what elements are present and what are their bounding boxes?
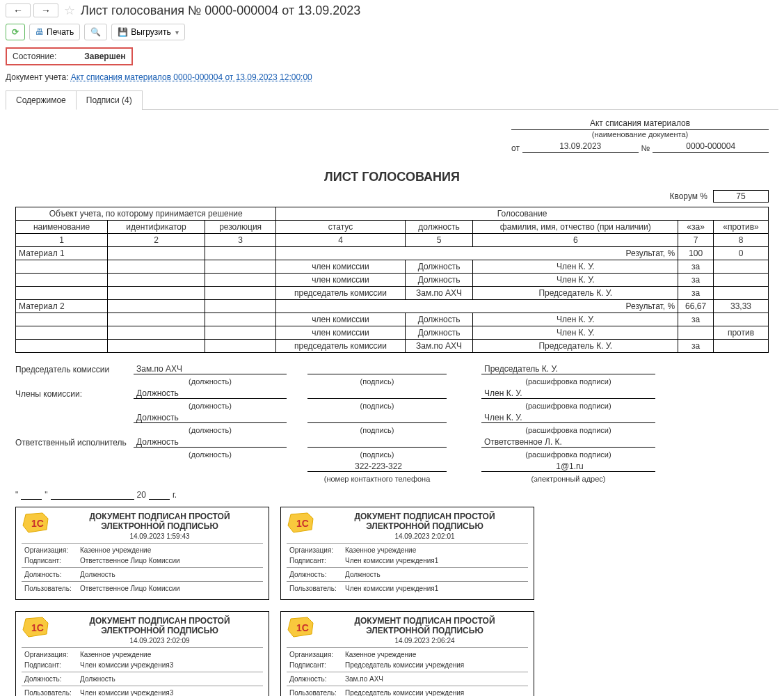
signature-stamp: 1C ДОКУМЕНТ ПОДПИСАН ПРОСТОЙ ЭЛЕКТРОННОЙ… <box>15 611 269 696</box>
state-label: Состояние: <box>13 52 56 61</box>
member-pos: Должность <box>405 313 473 326</box>
member-vote-against <box>714 274 769 287</box>
doc-num-label: № <box>641 143 650 153</box>
state-value: Завершен <box>84 52 125 61</box>
stamp-org: Казенное учреждение <box>342 649 528 660</box>
sign-chair-label: Председатель комиссии <box>15 365 134 374</box>
colnum: 2 <box>108 234 205 247</box>
th-res: резолюция <box>205 221 275 234</box>
favorite-star-icon[interactable]: ☆ <box>64 3 75 18</box>
member-pos: Должность <box>405 326 473 340</box>
th-status: статус <box>276 221 405 234</box>
member-vote-for: за <box>678 287 714 300</box>
export-button[interactable]: 💾Выгрузить▾ <box>111 24 185 40</box>
sign-m1-fio: Член К. У. <box>481 388 655 399</box>
result-against: 0 <box>714 247 769 260</box>
result-against: 33,33 <box>714 300 769 313</box>
doc-name-hint: (наименование документа) <box>511 130 769 139</box>
member-status: член комиссии <box>276 326 405 340</box>
colnum: 7 <box>678 234 714 247</box>
stamp-signer: Председатель комиссии учреждения <box>342 660 528 670</box>
print-button[interactable]: 🖶Печать <box>29 24 80 40</box>
sign-resp-fio: Ответственное Л. К. <box>481 437 655 448</box>
stamp-signer: Член комиссии учреждения1 <box>342 555 528 566</box>
result-for: 100 <box>678 247 714 260</box>
member-pos: Зам.по АХЧ <box>405 340 473 353</box>
stamp-datetime: 14.09.2023 2:02:09 <box>56 637 263 644</box>
member-vote-for: за <box>678 313 714 326</box>
nav-back-button[interactable]: ← <box>6 3 31 17</box>
pos-hint: (должность) <box>134 377 287 386</box>
logo-1c-icon: 1C <box>287 616 316 640</box>
stamp-org: Казенное учреждение <box>342 545 528 555</box>
member-vote-against <box>714 260 769 274</box>
doc-name: Акт списания материалов <box>511 118 769 130</box>
member-fio: Председатель К. У. <box>473 287 678 300</box>
doc-ref-link[interactable]: Акт списания материалов 0000-000004 от 1… <box>71 72 312 82</box>
stamp-user-label: Пользователь: <box>22 688 77 696</box>
sign-phone: 322-223-322 <box>307 461 447 472</box>
sig-hint: (подпись) <box>307 377 447 386</box>
th-group-vote: Голосование <box>276 207 769 221</box>
stamp-org-label: Организация: <box>287 649 342 660</box>
member-vote-against <box>714 287 769 300</box>
diskette-icon: 💾 <box>118 27 128 37</box>
stamp-pos: Должность <box>342 569 528 580</box>
member-vote-for: за <box>678 274 714 287</box>
page-title: Лист голосования № 0000-000004 от 13.09.… <box>81 3 360 18</box>
member-pos: Зам.по АХЧ <box>405 287 473 300</box>
stamp-user: Член комиссии учреждения3 <box>77 688 263 696</box>
colnum: 3 <box>205 234 275 247</box>
sign-resp-pos: Должность <box>134 437 287 448</box>
print-label: Печать <box>47 27 74 37</box>
stamp-org: Казенное учреждение <box>77 649 263 660</box>
stamp-user-label: Пользователь: <box>22 583 77 594</box>
stamp-pos-label: Должность: <box>22 674 77 684</box>
th-pos: должность <box>405 221 473 234</box>
svg-text:1C: 1C <box>31 622 44 633</box>
member-fio: Член К. У. <box>473 260 678 274</box>
caret-down-icon: ▾ <box>175 29 179 36</box>
nav-forward-button[interactable]: → <box>33 3 58 17</box>
form-title: ЛИСТ ГОЛОСОВАНИЯ <box>15 170 769 184</box>
sign-chair-fio: Председатель К. У. <box>481 364 655 374</box>
stamp-user-label: Пользователь: <box>287 583 342 594</box>
quorum-label: Кворум % <box>669 191 707 201</box>
state-box: Состояние: Завершен <box>6 47 133 65</box>
doc-num: 0000-000004 <box>653 141 769 153</box>
member-status: член комиссии <box>276 313 405 326</box>
stamp-pos-label: Должность: <box>287 569 342 580</box>
sign-m2-fio: Член К. У. <box>481 413 655 423</box>
result-label-cell: Результат, % <box>276 300 678 313</box>
refresh-button[interactable]: ⟳ <box>6 24 25 40</box>
sign-chair-pos: Зам.по АХЧ <box>134 364 287 374</box>
member-vote-against <box>714 340 769 353</box>
stamp-title: ДОКУМЕНТ ПОДПИСАН ПРОСТОЙ ЭЛЕКТРОННОЙ ПО… <box>56 616 263 644</box>
stamp-org-label: Организация: <box>287 545 342 555</box>
preview-button[interactable]: 🔍 <box>84 24 107 40</box>
sign-resp-sig <box>307 447 447 448</box>
th-id: идентификатор <box>108 221 205 234</box>
member-vote-against <box>714 313 769 326</box>
stamp-signer-label: Подписант: <box>287 660 342 670</box>
th-fio: фамилия, имя, отчество (при наличии) <box>473 221 678 234</box>
stamp-signer-label: Подписант: <box>22 660 77 670</box>
tab-signatures[interactable]: Подписи (4) <box>76 90 143 110</box>
colnum: 5 <box>405 234 473 247</box>
th-group-object: Объект учета, по которому принимается ре… <box>16 207 276 221</box>
sign-m1-sig <box>307 398 447 399</box>
stamp-datetime: 14.09.2023 2:06:24 <box>321 637 528 644</box>
magnifier-icon: 🔍 <box>90 27 101 37</box>
tab-content[interactable]: Содержимое <box>6 90 77 110</box>
th-name: наименование <box>16 221 108 234</box>
sign-members-label: Члены комиссии: <box>15 389 134 399</box>
quorum-value: 75 <box>713 190 769 203</box>
member-vote-for <box>678 326 714 340</box>
sign-resp-label: Ответственный исполнитель <box>15 438 134 448</box>
stamp-org-label: Организация: <box>22 545 77 555</box>
member-pos: Должность <box>405 260 473 274</box>
material-cell: Материал 2 <box>16 300 108 313</box>
stamp-title: ДОКУМЕНТ ПОДПИСАН ПРОСТОЙ ЭЛЕКТРОННОЙ ПО… <box>56 512 263 540</box>
signature-stamp: 1C ДОКУМЕНТ ПОДПИСАН ПРОСТОЙ ЭЛЕКТРОННОЙ… <box>15 507 269 600</box>
member-vote-for: за <box>678 260 714 274</box>
